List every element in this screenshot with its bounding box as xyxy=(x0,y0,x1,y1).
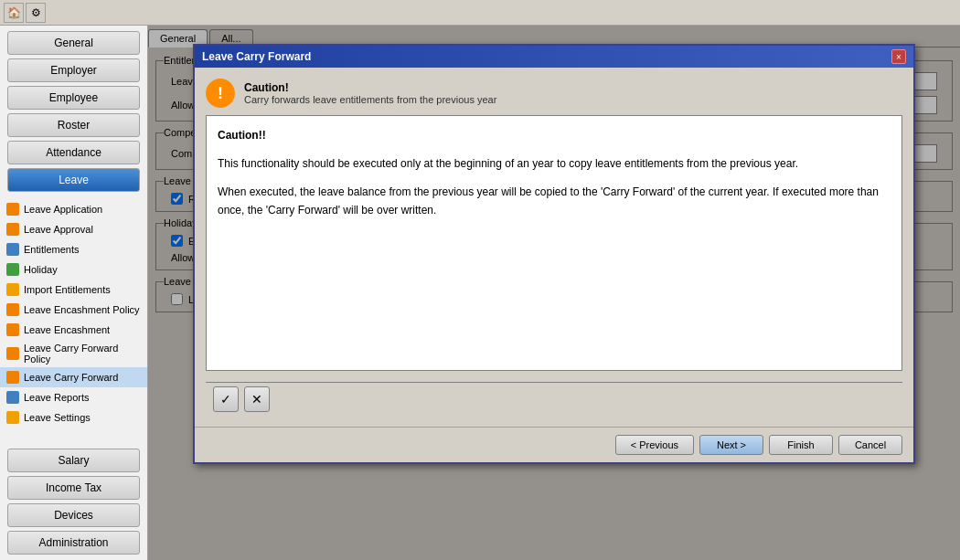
toolbar: 🏠 ⚙ xyxy=(0,0,960,26)
sidebar-item-leave-carry-forward-policy[interactable]: Leave Carry Forward Policy xyxy=(0,340,147,367)
home-icon[interactable]: 🏠 xyxy=(4,3,24,23)
sidebar-btn-administration[interactable]: Administration xyxy=(7,531,140,555)
modal-title: Leave Carry Forward xyxy=(202,50,311,63)
caution-subtitle: Carry forwards leave entitlements from t… xyxy=(244,94,496,105)
leave-approval-icon xyxy=(5,222,20,237)
sidebar-item-leave-encashment-policy[interactable]: Leave Encashment Policy xyxy=(0,300,147,320)
action-cross-button[interactable]: ✕ xyxy=(244,386,270,412)
import-entitlements-icon xyxy=(5,282,20,297)
leave-encashment-icon xyxy=(5,322,20,337)
modal-content-box: Caution!! This functionality should be e… xyxy=(206,115,902,371)
sidebar-item-entitlements[interactable]: Entitlements xyxy=(0,239,147,259)
settings-icon[interactable]: ⚙ xyxy=(26,3,46,23)
sidebar-item-leave-approval[interactable]: Leave Approval xyxy=(0,219,147,239)
sidebar-btn-employee[interactable]: Employee xyxy=(7,86,140,110)
sidebar-btn-devices[interactable]: Devices xyxy=(7,503,140,527)
sidebar-btn-salary[interactable]: Salary xyxy=(7,449,140,472)
sidebar-btn-roster[interactable]: Roster xyxy=(7,113,140,137)
sidebar-btn-attendance[interactable]: Attendance xyxy=(7,141,140,164)
sidebar-item-leave-encashment[interactable]: Leave Encashment xyxy=(0,320,147,340)
sidebar: General Employer Employee Roster Attenda… xyxy=(0,26,148,560)
sidebar-item-leave-application[interactable]: Leave Application xyxy=(0,199,147,219)
sidebar-item-leave-carry-forward[interactable]: Leave Carry Forward xyxy=(0,367,147,387)
leave-carry-forward-policy-icon xyxy=(5,346,20,361)
finish-button[interactable]: Finish xyxy=(769,435,833,455)
sidebar-item-leave-reports[interactable]: Leave Reports xyxy=(0,387,147,407)
content-area: General All... Entitlement Leave peri...… xyxy=(148,26,960,560)
leave-reports-icon xyxy=(5,390,20,405)
holiday-icon xyxy=(5,262,20,277)
sidebar-btn-employer[interactable]: Employer xyxy=(7,58,140,82)
previous-button[interactable]: < Previous xyxy=(615,435,694,455)
modal-action-row: ✓ ✕ xyxy=(206,382,902,416)
sidebar-item-leave-settings[interactable]: Leave Settings xyxy=(0,407,147,428)
leave-settings-icon xyxy=(5,410,20,425)
leave-menu: Leave Application Leave Approval Entitle… xyxy=(0,197,147,429)
sidebar-item-import-entitlements[interactable]: Import Entitlements xyxy=(0,280,147,300)
sidebar-btn-income-tax[interactable]: Income Tax xyxy=(7,476,140,500)
entitlements-icon xyxy=(5,242,20,257)
leave-application-icon xyxy=(5,202,20,217)
leave-encashment-policy-icon xyxy=(5,302,20,317)
caution-title: Caution! xyxy=(244,81,496,94)
cancel-button[interactable]: Cancel xyxy=(838,435,902,455)
content-line1: Caution!! xyxy=(218,127,891,144)
modal-body: ! Caution! Carry forwards leave entitlem… xyxy=(195,68,913,427)
caution-icon: ! xyxy=(206,79,235,108)
modal-titlebar: Leave Carry Forward × xyxy=(195,46,913,68)
content-line3: This functionality should be executed on… xyxy=(218,155,891,173)
action-check-button[interactable]: ✓ xyxy=(213,386,239,412)
modal-dialog: Leave Carry Forward × ! Caution! Carry f… xyxy=(193,44,915,464)
content-line5: When executed, the leave balance from th… xyxy=(218,184,891,218)
modal-footer: < Previous Next > Finish Cancel xyxy=(195,427,913,462)
modal-close-button[interactable]: × xyxy=(891,49,906,64)
caution-header: ! Caution! Carry forwards leave entitlem… xyxy=(206,79,902,108)
sidebar-btn-leave[interactable]: Leave xyxy=(7,168,140,192)
next-button[interactable]: Next > xyxy=(699,435,763,455)
modal-overlay: Leave Carry Forward × ! Caution! Carry f… xyxy=(148,26,960,560)
leave-carry-forward-icon xyxy=(5,370,20,385)
sidebar-btn-general[interactable]: General xyxy=(7,31,140,55)
sidebar-item-holiday[interactable]: Holiday xyxy=(0,259,147,280)
